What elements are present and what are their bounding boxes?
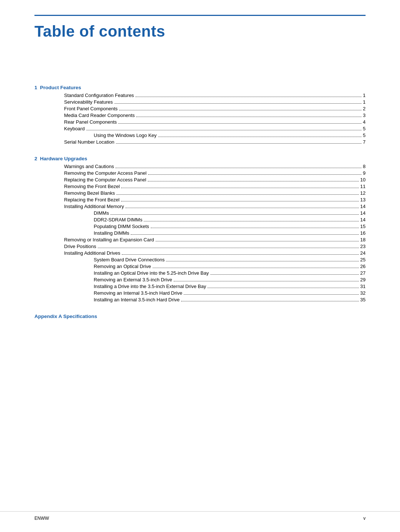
toc-entry: Removing an Optical Drive 26 xyxy=(34,264,366,269)
toc-entry: Warnings and Cautions 8 xyxy=(34,164,366,169)
page-container: Table of contents 1 Product Features Sta… xyxy=(0,0,400,532)
toc-entry: Installing Additional Memory 14 xyxy=(34,204,366,209)
toc-entry: Installing Additional Drives 24 xyxy=(34,250,366,256)
page-title: Table of contents xyxy=(34,23,366,40)
toc-entry: Rear Panel Components 4 xyxy=(34,119,366,125)
toc-entry: Keyboard 5 xyxy=(34,126,366,131)
top-rule xyxy=(34,15,366,16)
section-a-heading[interactable]: Appendix A Specifications xyxy=(34,314,366,319)
toc-entry: Installing an Optical Drive into the 5.2… xyxy=(34,270,366,276)
section-1-label: Product Features xyxy=(40,85,81,90)
toc-entry: Installing DIMMs 16 xyxy=(34,230,366,236)
section-a-label: Appendix A Specifications xyxy=(34,314,97,319)
toc-entry: Removing Bezel Blanks 12 xyxy=(34,190,366,196)
bottom-rule xyxy=(0,511,400,512)
footer-right: v xyxy=(363,516,366,521)
toc-entry: Removing the Computer Access Panel 9 xyxy=(34,170,366,176)
section-2-number: 2 xyxy=(34,156,37,161)
toc-entry: Installing a Drive into the 3.5-inch Ext… xyxy=(34,284,366,289)
toc-entry: Using the Windows Logo Key 5 xyxy=(34,133,366,138)
toc-entry: Removing an Internal 3.5-inch Hard Drive… xyxy=(34,290,366,296)
toc-entry: DIMMs 14 xyxy=(34,210,366,216)
toc-entry: Media Card Reader Components 3 xyxy=(34,113,366,118)
footer: ENWW v xyxy=(34,516,366,521)
section-2-label: Hardware Upgrades xyxy=(40,156,87,161)
toc-entry: Replacing the Front Bezel 13 xyxy=(34,197,366,203)
toc-entry: Serviceability Features 1 xyxy=(34,99,366,105)
toc-entry: System Board Drive Connections 25 xyxy=(34,257,366,262)
toc-entry: Removing an External 3.5-inch Drive 29 xyxy=(34,277,366,282)
toc-entry: Removing the Front Bezel 11 xyxy=(34,184,366,189)
toc-section-1: 1 Product Features Standard Configuratio… xyxy=(34,85,366,145)
toc-entry: Populating DIMM Sockets 15 xyxy=(34,224,366,229)
section-2-heading[interactable]: 2 Hardware Upgrades xyxy=(34,156,366,161)
toc-section-a: Appendix A Specifications xyxy=(34,314,366,319)
toc-entry: DDR2-SDRAM DIMMs 14 xyxy=(34,217,366,222)
toc-entry: Removing or Installing an Expansion Card… xyxy=(34,237,366,242)
toc-entry: Drive Positions 23 xyxy=(34,244,366,249)
toc-entry: Replacing the Computer Access Panel 10 xyxy=(34,177,366,183)
toc-section-2: 2 Hardware Upgrades Warnings and Caution… xyxy=(34,156,366,302)
footer-left: ENWW xyxy=(34,516,49,521)
section-1-number: 1 xyxy=(34,85,37,90)
toc-entry: Standard Configuration Features 1 xyxy=(34,93,366,98)
section-1-heading[interactable]: 1 Product Features xyxy=(34,85,366,90)
toc-entry: Front Panel Components 2 xyxy=(34,106,366,111)
toc-entry: Serial Number Location 7 xyxy=(34,139,366,145)
toc-entry: Installing an Internal 3.5-inch Hard Dri… xyxy=(34,297,366,302)
